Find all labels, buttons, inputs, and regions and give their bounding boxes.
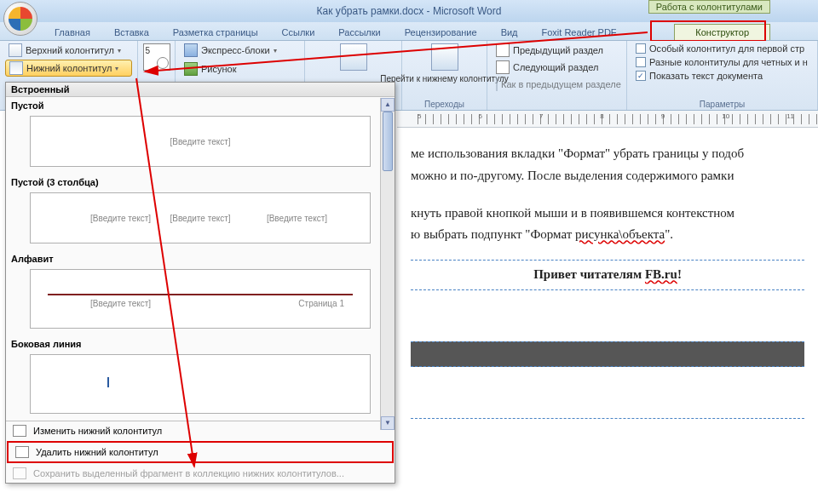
footer-edit-zone[interactable]: Привет читателям FB.ru! xyxy=(411,260,804,290)
gallery-footer-commands: Изменить нижний колонтитул Удалить нижни… xyxy=(6,421,395,483)
scroll-up-icon[interactable]: ▲ xyxy=(381,98,395,112)
doc-paragraph: можно и по-другому. После выделения соде… xyxy=(411,167,804,186)
title-bar: Как убрать рамки.docx - Microsoft Word Р… xyxy=(0,0,818,22)
ruler-labels: 567891011 xyxy=(418,112,794,120)
horizontal-ruler[interactable]: 567891011 xyxy=(397,111,818,128)
ribbon-tabs: Главная Вставка Разметка страницы Ссылки… xyxy=(0,22,818,41)
ribbon-group-options: Особый колонтитул для первой стр Разные … xyxy=(627,41,818,110)
goto-header-icon xyxy=(340,43,367,71)
opt-show-doc[interactable]: ✓ Показать текст документа xyxy=(632,70,812,82)
tab-designer[interactable]: Конструктор xyxy=(674,24,770,40)
goto-header-button[interactable] xyxy=(310,43,396,72)
dropdown-arrow-icon: ▾ xyxy=(274,47,277,54)
opt-show-doc-label: Показать текст документа xyxy=(649,71,763,81)
save-selection-label: Сохранить выделенный фрагмент в коллекци… xyxy=(33,468,344,478)
header-button-label: Верхний колонтитул xyxy=(26,45,114,55)
gallery-item-empty-label: Пустой xyxy=(6,97,395,112)
link-icon xyxy=(496,77,498,91)
next-section-label: Следующий раздел xyxy=(513,62,598,72)
goto-footer-button[interactable]: Перейти к нижнему колонтитулу xyxy=(407,43,481,84)
tab-layout[interactable]: Разметка страницы xyxy=(161,25,270,40)
checkbox-icon xyxy=(636,57,646,67)
prev-section-label: Предыдущий раздел xyxy=(513,45,603,55)
header-button[interactable]: Верхний колонтитул ▾ xyxy=(5,43,132,58)
footer-gallery-dropdown: Встроенный Пустой [Введите текст] Пустой… xyxy=(5,82,395,484)
transitions-group-label: Переходы xyxy=(402,100,487,109)
gallery-item-sideline[interactable] xyxy=(30,354,371,414)
datetime-icon: 5 xyxy=(143,43,170,71)
express-blocks-button[interactable]: Экспресс-блоки ▾ xyxy=(181,43,299,58)
spellcheck-underline: рисунка\объекта xyxy=(575,227,665,241)
express-blocks-label: Экспресс-блоки xyxy=(201,45,270,55)
as-prev-label: Как в предыдущем разделе xyxy=(501,79,621,89)
datetime-button[interactable]: 5 xyxy=(143,43,170,72)
footer-icon xyxy=(9,61,23,75)
gallery-item-sideline-label: Боковая линия xyxy=(6,335,395,351)
opt-odd-even[interactable]: Разные колонтитулы для четных и н xyxy=(632,56,812,68)
doc-paragraph: кнуть правой кнопкой мыши и в появившемс… xyxy=(411,204,804,223)
save-selection-item: Сохранить выделенный фрагмент в коллекци… xyxy=(6,464,395,483)
office-logo-icon xyxy=(9,7,32,31)
gallery-item-empty[interactable]: [Введите текст] xyxy=(30,116,371,167)
scroll-thumb[interactable] xyxy=(383,112,393,171)
placeholder-text: [Введите текст] xyxy=(170,137,230,146)
contextual-tab-label: Работа с колонтитулами xyxy=(648,0,770,14)
remove-footer-label: Удалить нижний колонтитул xyxy=(36,447,158,457)
remove-footer-icon xyxy=(15,446,29,458)
placeholder-text: [Введите текст] xyxy=(90,299,151,308)
gallery-scrollbar[interactable]: ▲ ▼ xyxy=(380,98,395,430)
gallery-item-empty3-label: Пустой (3 столбца) xyxy=(6,174,395,189)
checkbox-checked-icon: ✓ xyxy=(636,71,646,81)
opt-first-label: Особый колонтитул для первой стр xyxy=(649,43,804,54)
checkbox-icon xyxy=(636,43,646,54)
scroll-down-icon[interactable]: ▼ xyxy=(381,416,395,430)
parts-icon xyxy=(184,43,198,57)
ribbon-group-goto-footer: Перейти к нижнему колонтитулу Переходы xyxy=(402,41,487,110)
picture-button[interactable]: Рисунок xyxy=(181,61,299,77)
gallery-item-alphabet-label: Алфавит xyxy=(6,250,395,266)
opt-first-page[interactable]: Особый колонтитул для первой стр xyxy=(632,43,812,54)
save-selection-icon xyxy=(13,467,26,479)
picture-icon xyxy=(184,62,198,76)
gallery-item-empty3[interactable]: [Введите текст] [Введите текст] [Введите… xyxy=(30,192,371,243)
office-button[interactable] xyxy=(3,2,37,36)
edit-footer-icon xyxy=(13,425,26,437)
footer-text: Привет читателям FB.ru! xyxy=(533,267,682,281)
goto-footer-icon xyxy=(431,43,458,71)
tab-references[interactable]: Ссылки xyxy=(270,25,327,40)
dropdown-arrow-icon: ▾ xyxy=(115,65,118,72)
document-body[interactable]: ме использования вкладки "Формат" убрать… xyxy=(397,128,818,427)
edit-footer-item[interactable]: Изменить нижний колонтитул xyxy=(6,421,395,440)
tab-mailings[interactable]: Рассылки xyxy=(326,25,392,40)
divider-line xyxy=(48,294,353,295)
next-section-button[interactable]: Следующий раздел xyxy=(493,60,621,75)
gallery-item-alphabet[interactable]: [Введите текст] Страница 1 xyxy=(30,269,371,329)
doc-paragraph: ме использования вкладки "Формат" убрать… xyxy=(411,145,804,163)
page-bar-icon xyxy=(107,377,115,387)
next-section-icon xyxy=(496,60,510,74)
gallery-section-builtin: Встроенный xyxy=(6,83,395,97)
tab-home[interactable]: Главная xyxy=(43,25,102,40)
placeholder-text: [Введите текст] xyxy=(90,214,151,223)
page-number-text: Страница 1 xyxy=(298,299,344,308)
placeholder-text: [Введите текст] xyxy=(170,214,230,223)
tab-insert[interactable]: Вставка xyxy=(102,25,161,40)
remove-footer-item[interactable]: Удалить нижний колонтитул xyxy=(7,441,394,463)
as-prev-button[interactable]: Как в предыдущем разделе xyxy=(493,77,621,92)
opt-odd-even-label: Разные колонтитулы для четных и н xyxy=(649,57,808,67)
footer-button-label: Нижний колонтитул xyxy=(26,63,112,73)
edit-footer-label: Изменить нижний колонтитул xyxy=(33,426,162,436)
prev-section-icon xyxy=(496,43,510,57)
footer-edit-zone-2[interactable] xyxy=(411,418,804,427)
spellcheck-underline: FB.ru xyxy=(645,267,677,281)
document-area: 567891011 ме использования вкладки "Форм… xyxy=(397,111,818,504)
picture-label: Рисунок xyxy=(201,64,237,74)
doc-paragraph: ю выбрать подпункт "Формат рисунка\объек… xyxy=(411,226,804,244)
tab-view[interactable]: Вид xyxy=(489,25,530,40)
tab-foxit[interactable]: Foxit Reader PDF xyxy=(530,25,629,40)
prev-section-button[interactable]: Предыдущий раздел xyxy=(493,43,621,58)
tab-review[interactable]: Рецензирование xyxy=(393,25,489,40)
ribbon-group-navigation: Предыдущий раздел Следующий раздел Как в… xyxy=(487,41,627,110)
footer-button[interactable]: Нижний колонтитул ▾ xyxy=(5,60,132,77)
page-gap xyxy=(411,341,804,367)
